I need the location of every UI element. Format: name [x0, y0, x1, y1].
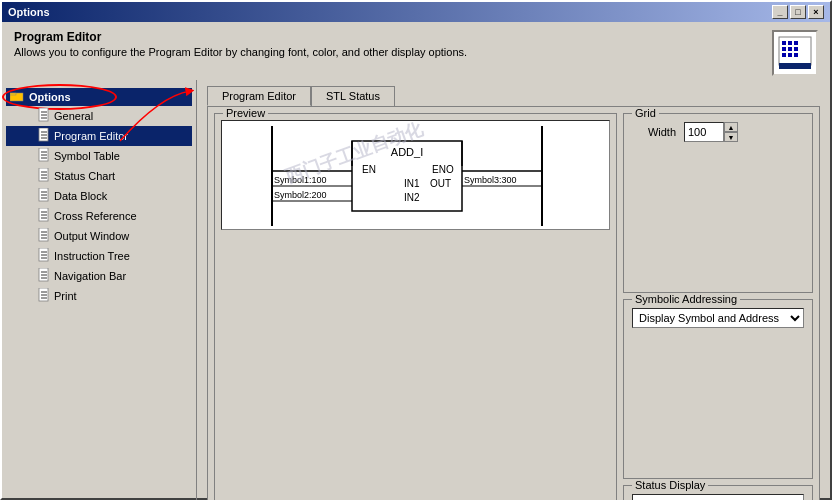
- header-text: Program Editor Allows you to configure t…: [14, 30, 467, 58]
- svg-rect-2: [788, 41, 792, 45]
- sidebar-item-label: Navigation Bar: [54, 270, 126, 282]
- status-display-label: Status Display: [632, 479, 708, 491]
- grid-label: Grid: [632, 107, 659, 119]
- header-title: Program Editor: [14, 30, 467, 44]
- svg-text:ADD_I: ADD_I: [391, 146, 423, 158]
- svg-rect-6: [794, 47, 798, 51]
- doc-icon: [38, 128, 50, 144]
- svg-text:EN: EN: [362, 164, 376, 175]
- doc-icon: [38, 228, 50, 244]
- svg-rect-3: [794, 41, 798, 45]
- preview-label: Preview: [223, 107, 268, 119]
- right-panel: Program Editor STL Status Preview 西门子工业自…: [197, 80, 830, 500]
- sidebar-item-label: Data Block: [54, 190, 107, 202]
- grid-width-spin: ▲ ▼: [684, 122, 738, 142]
- tab-content: Preview 西门子工业自动化: [207, 106, 820, 500]
- sidebar-item-program-editor[interactable]: Program Editor: [6, 126, 192, 146]
- title-bar: Options _ □ ×: [2, 2, 830, 22]
- spin-down-button[interactable]: ▼: [724, 132, 738, 142]
- doc-icon: [38, 148, 50, 164]
- folder-icon: [10, 90, 24, 104]
- grid-group: Grid Width ▲ ▼: [623, 113, 813, 293]
- header-icon: [772, 30, 818, 76]
- svg-text:OUT: OUT: [430, 178, 451, 189]
- svg-rect-4: [782, 47, 786, 51]
- svg-rect-8: [788, 53, 792, 57]
- close-button[interactable]: ×: [808, 5, 824, 19]
- svg-rect-12: [10, 93, 16, 95]
- sidebar: Options General Program Editor: [2, 80, 197, 500]
- svg-rect-17: [39, 128, 48, 141]
- status-display-select[interactable]: Inside Instruction Outside Instruction: [632, 494, 804, 500]
- header-section: Program Editor Allows you to configure t…: [2, 22, 830, 80]
- sidebar-item-cross-reference[interactable]: Cross Reference: [6, 206, 192, 226]
- doc-icon: [38, 108, 50, 124]
- minimize-button[interactable]: _: [772, 5, 788, 19]
- svg-text:Symbol2:200: Symbol2:200: [274, 190, 327, 200]
- sidebar-item-label: Status Chart: [54, 170, 115, 182]
- svg-text:Symbol3:300: Symbol3:300: [464, 175, 517, 185]
- svg-rect-41: [39, 248, 48, 261]
- main-body: Options General Program Editor: [2, 80, 830, 500]
- options-label: Options: [29, 91, 71, 103]
- svg-text:IN1: IN1: [404, 178, 420, 189]
- sidebar-item-general[interactable]: General: [6, 106, 192, 126]
- main-window: Options _ □ × Program Editor Allows you …: [0, 0, 832, 500]
- svg-text:ENO: ENO: [432, 164, 454, 175]
- svg-text:IN2: IN2: [404, 192, 420, 203]
- maximize-button[interactable]: □: [790, 5, 806, 19]
- symbolic-addressing-group: Symbolic Addressing Display Symbol and A…: [623, 299, 813, 479]
- sidebar-item-label: Instruction Tree: [54, 250, 130, 262]
- svg-rect-37: [39, 228, 48, 241]
- sidebar-item-label: Cross Reference: [54, 210, 137, 222]
- doc-icon: [38, 288, 50, 304]
- sidebar-item-options[interactable]: Options: [6, 88, 192, 106]
- status-display-group: Status Display Inside Instruction Outsid…: [623, 485, 813, 500]
- doc-icon: [38, 268, 50, 284]
- header-description: Allows you to configure the Program Edit…: [14, 46, 467, 58]
- window-title: Options: [8, 6, 50, 18]
- sidebar-item-label: Print: [54, 290, 77, 302]
- grid-width-row: Width ▲ ▼: [632, 122, 804, 142]
- spin-up-button[interactable]: ▲: [724, 122, 738, 132]
- sidebar-item-print[interactable]: Print: [6, 286, 192, 306]
- tab-bar: Program Editor STL Status: [207, 86, 820, 106]
- tab-program-editor[interactable]: Program Editor: [207, 86, 311, 106]
- svg-rect-49: [39, 288, 48, 301]
- doc-icon: [38, 168, 50, 184]
- sidebar-item-data-block[interactable]: Data Block: [6, 186, 192, 206]
- svg-rect-33: [39, 208, 48, 221]
- doc-icon: [38, 248, 50, 264]
- tab-stl-status[interactable]: STL Status: [311, 86, 395, 106]
- title-bar-buttons: _ □ ×: [772, 5, 824, 19]
- svg-rect-7: [782, 53, 786, 57]
- sidebar-item-label: General: [54, 110, 93, 122]
- symbolic-addressing-select[interactable]: Display Symbol and Address Display Symbo…: [632, 308, 804, 328]
- sidebar-item-label: Output Window: [54, 230, 129, 242]
- svg-rect-29: [39, 188, 48, 201]
- svg-rect-1: [782, 41, 786, 45]
- preview-group: Preview 西门子工业自动化: [214, 113, 617, 500]
- sidebar-item-status-chart[interactable]: Status Chart: [6, 166, 192, 186]
- sidebar-item-label: Program Editor: [54, 130, 128, 142]
- sidebar-item-label: Symbol Table: [54, 150, 120, 162]
- sidebar-item-instruction-tree[interactable]: Instruction Tree: [6, 246, 192, 266]
- svg-rect-10: [779, 63, 811, 69]
- svg-rect-25: [39, 168, 48, 181]
- preview-inner: 西门子工业自动化: [221, 120, 610, 230]
- doc-icon: [38, 208, 50, 224]
- svg-text:Symbol1:100: Symbol1:100: [274, 175, 327, 185]
- grid-width-label: Width: [632, 126, 676, 138]
- svg-rect-13: [39, 108, 48, 121]
- svg-rect-5: [788, 47, 792, 51]
- grid-width-input[interactable]: [684, 122, 724, 142]
- ladder-diagram: ADD_I EN ENO IN1 IN2 OUT: [222, 121, 592, 229]
- svg-rect-21: [39, 148, 48, 161]
- symbolic-addressing-label: Symbolic Addressing: [632, 293, 740, 305]
- sidebar-item-navigation-bar[interactable]: Navigation Bar: [6, 266, 192, 286]
- sidebar-item-symbol-table[interactable]: Symbol Table: [6, 146, 192, 166]
- doc-icon: [38, 188, 50, 204]
- svg-rect-45: [39, 268, 48, 281]
- spin-buttons: ▲ ▼: [724, 122, 738, 142]
- sidebar-item-output-window[interactable]: Output Window: [6, 226, 192, 246]
